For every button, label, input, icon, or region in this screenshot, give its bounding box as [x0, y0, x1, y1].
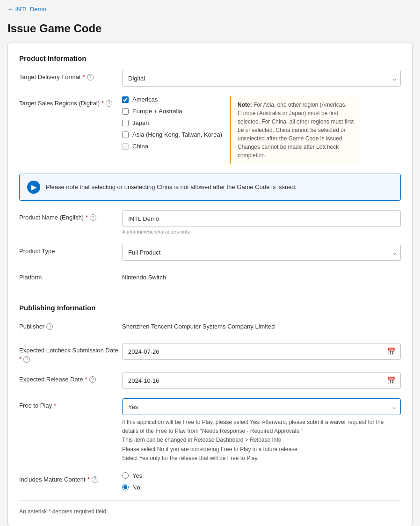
product-name-input[interactable] — [122, 210, 401, 227]
target-sales-regions-label: Target Sales Regions (Digital) * ? — [19, 96, 122, 107]
list-item[interactable]: Asia (Hong Kong, Taiwan, Korea) — [122, 131, 222, 138]
note-label: Note: — [238, 102, 252, 108]
lotcheck-date-wrapper: 📅 — [122, 343, 401, 360]
platform-value: Nintendo Switch — [122, 270, 401, 285]
required-star-6: * — [54, 402, 56, 409]
required-star-2: * — [101, 100, 104, 107]
mature-content-help-icon[interactable]: ? — [92, 476, 98, 483]
platform-control: Nintendo Switch — [122, 270, 401, 285]
target-sales-regions-row: Target Sales Regions (Digital) * ? Ameri… — [19, 96, 401, 164]
china-checkbox — [122, 143, 129, 150]
lotcheck-date-label: Expected Lotcheck Submission Date * ? — [19, 343, 122, 363]
free-to-play-description: If this application will be Free to Play… — [122, 418, 401, 463]
release-date-row: Expected Release Date * ? 📅 — [19, 372, 401, 389]
product-type-select-wrapper: Full Product Demo DLC ⌵ — [122, 244, 401, 261]
ftp-desc-line-1: If this application will be Free to Play… — [122, 418, 401, 436]
mature-content-label: Includes Mature Content * ? — [19, 472, 122, 483]
target-sales-regions-help-icon[interactable]: ? — [106, 100, 112, 107]
publishing-section-title: Publishing Information — [19, 304, 401, 312]
page-title: Issue Game Code — [0, 18, 420, 43]
list-item[interactable]: Europe + Australia — [122, 108, 222, 115]
main-card: Product Information Target Delivery Form… — [7, 43, 413, 526]
publisher-control: Shenzhen Tencent Computer Systems Compan… — [122, 319, 401, 334]
free-to-play-select-wrapper: Yes No ⌵ — [122, 398, 401, 415]
target-delivery-format-select[interactable]: Digital Physical — [122, 70, 401, 87]
back-link[interactable]: ← INTL Demo — [7, 6, 46, 13]
footer-note: An asterisk * denotes required field — [19, 500, 401, 515]
product-name-row: Product Name (English) * ? Alphanumeric … — [19, 210, 401, 234]
release-date-input[interactable] — [122, 372, 401, 389]
mature-no-option[interactable]: No — [122, 484, 401, 491]
mature-no-label: No — [132, 484, 140, 491]
lotcheck-date-control: 📅 — [122, 343, 401, 360]
japan-checkbox[interactable] — [122, 120, 129, 126]
publisher-label: Publisher ? — [19, 319, 122, 330]
product-name-hint: Alphanumeric characters only — [122, 229, 401, 234]
lotcheck-date-help-icon[interactable]: ? — [23, 356, 30, 363]
ftp-desc-line-3: Please select No if you are considering … — [122, 445, 401, 454]
mature-yes-label: Yes — [132, 472, 142, 479]
note-text: For Asia, one other region (Americas, Eu… — [238, 102, 354, 159]
free-to-play-label: Free to Play * — [19, 398, 122, 409]
product-type-select[interactable]: Full Product Demo DLC — [122, 244, 401, 261]
china-label: China — [132, 143, 148, 150]
list-item[interactable]: Americas — [122, 96, 222, 103]
lotcheck-date-row: Expected Lotcheck Submission Date * ? 📅 — [19, 343, 401, 363]
product-name-help-icon[interactable]: ? — [90, 214, 96, 221]
mature-content-control: Yes No — [122, 472, 401, 491]
target-delivery-format-help-icon[interactable]: ? — [87, 74, 94, 80]
americas-label: Americas — [132, 96, 158, 103]
required-star-7: * — [87, 476, 90, 483]
mature-content-radio-group: Yes No — [122, 472, 401, 491]
europe-australia-label: Europe + Australia — [132, 108, 182, 115]
target-delivery-format-label: Target Delivery Format * ? — [19, 70, 122, 80]
product-type-label: Product Type — [19, 244, 122, 255]
free-to-play-row: Free to Play * Yes No ⌵ If this applicat… — [19, 398, 401, 463]
lotcheck-date-input[interactable] — [122, 343, 401, 360]
platform-row: Platform Nintendo Switch — [19, 270, 401, 285]
ftp-desc-line-2: This item can be changed in Release Dash… — [122, 436, 401, 445]
release-date-wrapper: 📅 — [122, 372, 401, 389]
target-delivery-format-select-wrapper: Digital Physical ⌵ — [122, 70, 401, 87]
europe-australia-checkbox[interactable] — [122, 108, 129, 115]
product-name-label: Product Name (English) * ? — [19, 210, 122, 221]
release-date-control: 📅 — [122, 372, 401, 389]
product-section-title: Product Information — [19, 54, 401, 62]
asia-checkbox[interactable] — [122, 132, 129, 138]
free-to-play-control: Yes No ⌵ If this application will be Fre… — [122, 398, 401, 463]
list-item[interactable]: China — [122, 143, 222, 150]
publisher-help-icon[interactable]: ? — [46, 323, 53, 330]
mature-yes-radio[interactable] — [122, 472, 129, 479]
required-star-4: * — [19, 356, 22, 363]
target-delivery-format-row: Target Delivery Format * ? Digital Physi… — [19, 70, 401, 87]
release-date-help-icon[interactable]: ? — [89, 376, 96, 383]
publisher-row: Publisher ? Shenzhen Tencent Computer Sy… — [19, 319, 401, 334]
asia-label: Asia (Hong Kong, Taiwan, Korea) — [132, 131, 222, 138]
list-item[interactable]: Japan — [122, 119, 222, 126]
required-star: * — [82, 73, 85, 80]
mature-no-radio[interactable] — [122, 484, 129, 490]
alert-text: Please note that selecting or unselectin… — [46, 181, 297, 192]
platform-label: Platform — [19, 270, 122, 281]
americas-checkbox[interactable] — [122, 96, 129, 103]
publisher-value: Shenzhen Tencent Computer Systems Compan… — [122, 319, 401, 334]
regions-checkbox-group: Americas Europe + Australia Japan Asia (… — [122, 96, 222, 164]
required-star-5: * — [85, 376, 87, 383]
product-type-control: Full Product Demo DLC ⌵ — [122, 244, 401, 261]
alert-icon: ▶ — [27, 181, 40, 194]
product-name-control: Alphanumeric characters only — [122, 210, 401, 234]
target-sales-regions-control: Americas Europe + Australia Japan Asia (… — [122, 96, 401, 164]
free-to-play-select[interactable]: Yes No — [122, 398, 401, 415]
product-type-row: Product Type Full Product Demo DLC ⌵ — [19, 244, 401, 261]
required-star-3: * — [86, 214, 88, 221]
mature-yes-option[interactable]: Yes — [122, 472, 401, 479]
china-alert-box: ▶ Please note that selecting or unselect… — [19, 174, 401, 201]
japan-label: Japan — [132, 119, 149, 126]
release-date-label: Expected Release Date * ? — [19, 372, 122, 383]
regions-note-box: Note: For Asia, one other region (Americ… — [230, 96, 361, 164]
regions-content: Americas Europe + Australia Japan Asia (… — [122, 96, 401, 164]
mature-content-row: Includes Mature Content * ? Yes No — [19, 472, 401, 491]
ftp-desc-line-4: Select Yes only for the release that wil… — [122, 454, 401, 463]
target-delivery-format-control: Digital Physical ⌵ — [122, 70, 401, 87]
